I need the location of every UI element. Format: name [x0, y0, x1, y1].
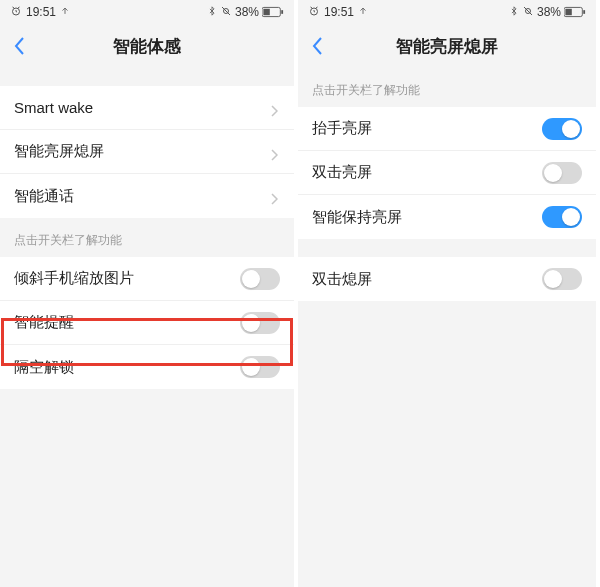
toggle-group: 倾斜手机缩放图片 智能提醒 隔空解锁 — [0, 257, 294, 389]
bluetooth-icon — [509, 5, 519, 20]
svg-rect-4 — [281, 10, 283, 14]
row-doubletap-sleep[interactable]: 双击熄屏 — [298, 257, 596, 301]
nav-group: Smart wake 智能亮屏熄屏 智能通话 — [0, 86, 294, 218]
alarm-icon — [10, 5, 22, 20]
toggle-tilt-zoom[interactable] — [240, 268, 280, 290]
toggle-air-unlock[interactable] — [240, 356, 280, 378]
content: Smart wake 智能亮屏熄屏 智能通话 点击开关栏了解功能 倾斜手机缩放图… — [0, 68, 294, 587]
toggle-raise-wake[interactable] — [542, 118, 582, 140]
upload-icon — [358, 5, 368, 19]
row-tilt-zoom[interactable]: 倾斜手机缩放图片 — [0, 257, 294, 301]
section-hint: 点击开关栏了解功能 — [298, 68, 596, 107]
bluetooth-icon — [207, 5, 217, 20]
row-label: 双击熄屏 — [312, 270, 372, 289]
svg-rect-8 — [565, 9, 571, 15]
svg-rect-3 — [263, 9, 269, 15]
chevron-right-icon — [270, 147, 280, 157]
chevron-right-icon — [270, 103, 280, 113]
row-smart-remind[interactable]: 智能提醒 — [0, 301, 294, 345]
toggle-doubletap-wake[interactable] — [542, 162, 582, 184]
row-label: 抬手亮屏 — [312, 119, 372, 138]
status-time: 19:51 — [324, 5, 354, 19]
status-bar: 19:51 38% — [298, 0, 596, 24]
alarm-icon — [308, 5, 320, 20]
upload-icon — [60, 5, 70, 19]
row-label: 双击亮屏 — [312, 163, 372, 182]
nav-item-wake-sleep[interactable]: 智能亮屏熄屏 — [0, 130, 294, 174]
battery-icon — [262, 6, 284, 18]
toggle-smart-keep-on[interactable] — [542, 206, 582, 228]
nav-item-smart-call[interactable]: 智能通话 — [0, 174, 294, 218]
toggle-group-2: 双击熄屏 — [298, 257, 596, 301]
status-bar: 19:51 38% — [0, 0, 294, 24]
row-label: Smart wake — [14, 99, 93, 116]
row-label: 智能通话 — [14, 187, 74, 206]
row-label: 智能提醒 — [14, 313, 74, 332]
row-label: 隔空解锁 — [14, 358, 74, 377]
section-hint: 点击开关栏了解功能 — [0, 218, 294, 257]
chevron-right-icon — [270, 191, 280, 201]
battery-pct: 38% — [537, 5, 561, 19]
toggle-doubletap-sleep[interactable] — [542, 268, 582, 290]
back-button[interactable] — [306, 34, 330, 58]
vibrate-icon — [220, 5, 232, 20]
svg-rect-9 — [583, 10, 585, 14]
row-raise-wake[interactable]: 抬手亮屏 — [298, 107, 596, 151]
header: 智能体感 — [0, 24, 294, 68]
content: 点击开关栏了解功能 抬手亮屏 双击亮屏 智能保持亮屏 双击熄屏 — [298, 68, 596, 587]
status-time: 19:51 — [26, 5, 56, 19]
row-smart-keep-on[interactable]: 智能保持亮屏 — [298, 195, 596, 239]
page-title: 智能亮屏熄屏 — [396, 35, 498, 58]
battery-pct: 38% — [235, 5, 259, 19]
row-label: 倾斜手机缩放图片 — [14, 269, 134, 288]
page-title: 智能体感 — [113, 35, 181, 58]
row-air-unlock[interactable]: 隔空解锁 — [0, 345, 294, 389]
back-button[interactable] — [8, 34, 32, 58]
row-label: 智能保持亮屏 — [312, 208, 402, 227]
phone-left: 19:51 38% 智能体感 Smart wake — [0, 0, 298, 587]
toggle-smart-remind[interactable] — [240, 312, 280, 334]
nav-item-smart-wake[interactable]: Smart wake — [0, 86, 294, 130]
row-doubletap-wake[interactable]: 双击亮屏 — [298, 151, 596, 195]
vibrate-icon — [522, 5, 534, 20]
header: 智能亮屏熄屏 — [298, 24, 596, 68]
battery-icon — [564, 6, 586, 18]
toggle-group-1: 抬手亮屏 双击亮屏 智能保持亮屏 — [298, 107, 596, 239]
phone-right: 19:51 38% 智能亮屏熄屏 点击开关栏了解功能 — [298, 0, 596, 587]
row-label: 智能亮屏熄屏 — [14, 142, 104, 161]
